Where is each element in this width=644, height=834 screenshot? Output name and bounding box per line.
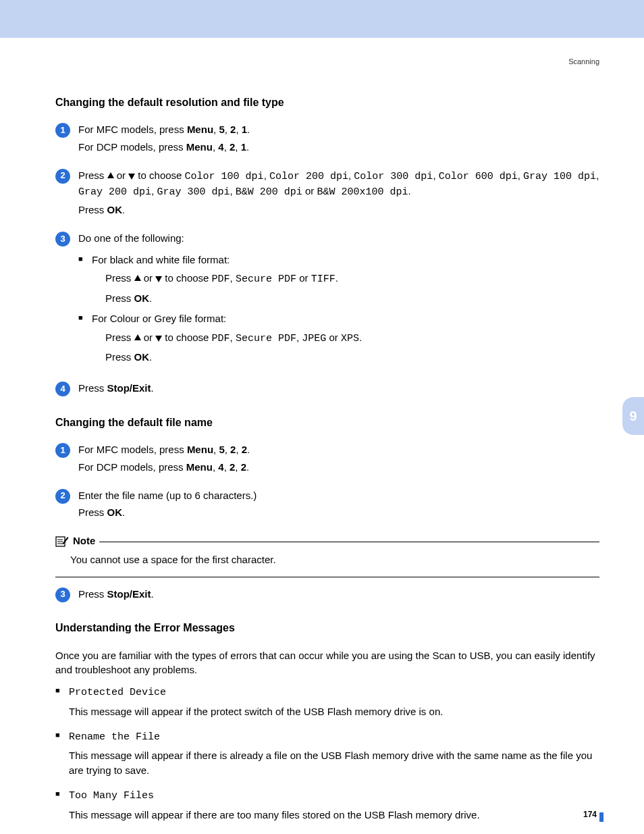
bw-press-ok: Press OK. [105, 291, 599, 306]
arrow-down-icon [128, 174, 135, 180]
step-badge: 2 [55, 169, 70, 184]
s2-step-3-line: Press Stop/Exit. [78, 587, 599, 602]
step-3-intro: Do one of the following: [78, 231, 599, 246]
sublist-item-bw: For black and white file format: Press o… [78, 253, 599, 306]
s2-step-2-ok: Press OK. [78, 505, 599, 520]
note-pencil-icon [55, 535, 69, 547]
step-2-press-ok: Press OK. [78, 203, 599, 217]
error-desc: This message will appear if there are to… [69, 808, 599, 823]
chapter-side-tab: 9 [622, 397, 644, 435]
step-badge: 2 [55, 489, 70, 504]
note-block: Note You cannot use a space for the firs… [55, 533, 599, 577]
s2-step-2: 2 Enter the file name (up to 6 character… [55, 488, 599, 523]
step-2-line: Press or to choose Color 100 dpi, Color … [78, 168, 599, 201]
step-badge: 3 [55, 588, 70, 602]
page-number: 174 [583, 809, 597, 820]
sublist-item-color: For Colour or Grey file format: Press or… [78, 311, 599, 365]
arrow-up-icon [134, 275, 141, 281]
s2-step-1a: For MFC models, press Menu, 5, 2, 2. [78, 442, 599, 457]
step-1-line-b: For DCP models, press Menu, 4, 2, 1. [78, 140, 599, 155]
section-title-filename: Changing the default file name [55, 415, 599, 430]
color-choose-line: Press or to choose PDF, Secure PDF, JPEG… [105, 330, 599, 346]
error-item-toomany: Too Many Files This message will appear … [55, 787, 599, 823]
arrow-down-icon [155, 336, 162, 342]
step-badge: 3 [55, 232, 70, 246]
step-2: 2 Press or to choose Color 100 dpi, Colo… [55, 168, 599, 220]
step-4-line: Press Stop/Exit. [78, 381, 599, 396]
step-badge: 1 [55, 443, 70, 458]
section-title-errors: Understanding the Error Messages [55, 620, 599, 635]
step-1-line-a: For MFC models, press Menu, 5, 2, 1. [78, 122, 599, 137]
note-body: You cannot use a space for the first cha… [55, 548, 599, 574]
step-badge: 1 [55, 123, 70, 138]
arrow-up-icon [107, 172, 114, 178]
arrow-down-icon [155, 276, 162, 282]
top-bar [0, 0, 644, 38]
arrow-up-icon [134, 334, 141, 340]
note-title: Note [73, 533, 95, 548]
error-item-unusable: Unusable Device This message will appear… [55, 831, 599, 834]
s2-step-3: 3 Press Stop/Exit. [55, 587, 599, 604]
s2-step-2-line: Enter the file name (up to 6 characters.… [78, 488, 599, 503]
step-4: 4 Press Stop/Exit. [55, 381, 599, 398]
s2-step-1: 1 For MFC models, press Menu, 5, 2, 2. F… [55, 442, 599, 477]
header-section-label: Scanning [568, 57, 599, 68]
page-accent-bar [599, 812, 603, 822]
page-content: Changing the default resolution and file… [0, 38, 644, 834]
s2-step-1b: For DCP models, press Menu, 4, 2, 2. [78, 460, 599, 475]
color-press-ok: Press OK. [105, 350, 599, 365]
bw-choose-line: Press or to choose PDF, Secure PDF or TI… [105, 271, 599, 287]
step-1: 1 For MFC models, press Menu, 5, 2, 1. F… [55, 122, 599, 157]
error-item-protected: Protected Device This message will appea… [55, 684, 599, 719]
error-item-rename: Rename the File This message will appear… [55, 729, 599, 778]
step-badge: 4 [55, 382, 70, 396]
step-3: 3 Do one of the following: For black and… [55, 231, 599, 370]
errors-intro: Once you are familiar with the types of … [55, 648, 599, 678]
error-desc: This message will appear if there is alr… [69, 748, 599, 778]
section-title-resolution: Changing the default resolution and file… [55, 95, 599, 110]
error-desc: This message will appear if the protect … [69, 704, 599, 719]
